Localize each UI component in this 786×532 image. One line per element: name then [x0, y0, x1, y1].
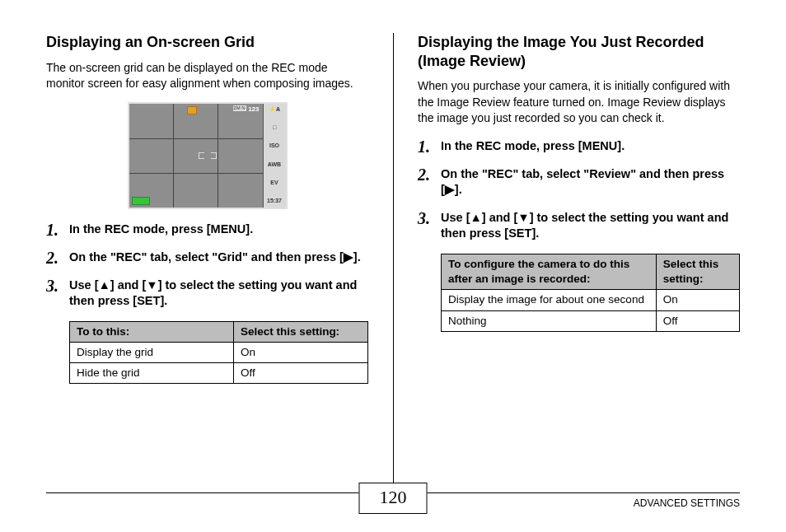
page-number: 120	[359, 483, 428, 514]
right-settings-table: To configure the camera to do this after…	[441, 254, 740, 332]
step-text: In the REC mode, press [MENU].	[69, 222, 368, 238]
step-text: In the REC mode, press [MENU].	[441, 138, 740, 155]
step-text: Use [▲] and [▼] to select the setting yo…	[69, 278, 368, 310]
table-header-row: To to this: Select this setting:	[70, 321, 368, 342]
rec-indicator-icon	[187, 106, 197, 114]
left-steps: 1.In the REC mode, press [MENU]. 2.On th…	[46, 222, 368, 310]
table-row: Display the image for about one second O…	[442, 290, 740, 310]
table-row: Display the grid On	[70, 343, 368, 363]
left-intro: The on-screen grid can be displayed on t…	[46, 60, 368, 92]
right-heading: Displaying the Image You Just Recorded (…	[418, 33, 740, 70]
step-number: 2.	[46, 250, 69, 266]
step-number: 2.	[418, 166, 441, 198]
step-text: On the "REC" tab, select "Grid" and then…	[69, 250, 368, 266]
shot-side-icons: ⚡A □ ISO AWB EV 15:37	[263, 104, 286, 208]
step-number: 1.	[46, 222, 69, 238]
step-text: Use [▲] and [▼] to select the setting yo…	[441, 210, 740, 242]
table-row: Hide the grid Off	[70, 363, 368, 384]
step-number: 1.	[418, 138, 441, 155]
table-row: Nothing Off	[442, 310, 740, 331]
table-header: To configure the camera to do this after…	[442, 254, 657, 290]
table-header-row: To configure the camera to do this after…	[442, 254, 740, 290]
table-header: Select this setting:	[234, 321, 368, 342]
step-number: 3.	[418, 210, 441, 242]
section-label: ADVANCED SETTINGS	[634, 497, 740, 509]
screenshot-onscreen-grid: 123 2M N ⚡A □ ISO AWB EV 15:37	[46, 104, 368, 210]
battery-icon	[132, 197, 150, 205]
step-text: On the "REC" tab, select "Review" and th…	[441, 166, 740, 198]
left-settings-table: To to this: Select this setting: Display…	[69, 321, 368, 385]
right-steps: 1.In the REC mode, press [MENU]. 2.On th…	[418, 138, 740, 242]
shot-size-box: 2M N	[233, 105, 246, 111]
table-header: Select this setting:	[656, 254, 739, 290]
left-heading: Displaying an On-screen Grid	[46, 33, 368, 52]
shot-counter: 123	[248, 105, 259, 113]
step-number: 3.	[46, 278, 69, 310]
right-intro: When you purchase your camera, it is ini…	[418, 78, 740, 127]
table-header: To to this:	[70, 321, 234, 342]
af-frame-icon	[199, 150, 217, 161]
column-divider	[393, 33, 394, 483]
